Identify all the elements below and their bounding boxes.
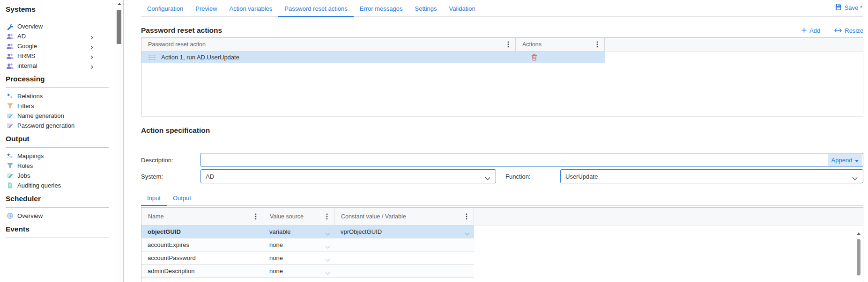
tab-settings[interactable]: Settings xyxy=(409,3,443,17)
column-header-name: Name xyxy=(141,208,263,225)
drag-handle-icon[interactable] xyxy=(148,55,156,60)
sidebar-item-password-generation[interactable]: Password generation xyxy=(6,121,109,130)
chevron-right-icon xyxy=(90,44,93,51)
param-row-admindescription[interactable]: adminDescription none xyxy=(141,265,474,278)
parameters-table-scrollbar[interactable] xyxy=(855,226,862,282)
sidebar-item-label: Name generation xyxy=(17,112,64,119)
plus-icon xyxy=(801,27,807,34)
sidebar-item-ad[interactable]: AD xyxy=(6,31,109,41)
section-divider xyxy=(6,87,109,88)
tab-configuration[interactable]: Configuration xyxy=(141,3,189,17)
sidebar-item-label: Overview xyxy=(17,23,43,30)
column-header-actions: Actions xyxy=(516,38,605,51)
sidebar-scrollbar-thumb[interactable] xyxy=(117,10,121,44)
sidebar-item-overview[interactable]: Overview xyxy=(6,22,109,31)
save-label: Save * xyxy=(845,4,862,11)
function-select[interactable]: UserUpdate xyxy=(560,169,863,183)
column-menu-icon[interactable] xyxy=(255,213,263,220)
chevron-down-icon xyxy=(485,175,490,182)
sidebar-item-filters[interactable]: Filters xyxy=(6,101,109,111)
system-select[interactable]: AD xyxy=(200,169,496,183)
sidebar-item-relations[interactable]: Relations xyxy=(6,91,109,101)
chevron-down-icon xyxy=(852,175,858,182)
parameters-scrollbar-thumb[interactable] xyxy=(857,239,861,275)
resize-button[interactable]: Resize xyxy=(834,27,863,34)
sidebar-scrollbar[interactable] xyxy=(115,0,123,282)
tab-output[interactable]: Output xyxy=(167,193,197,206)
io-tabbar: Input Output xyxy=(141,193,863,206)
param-row-accountpassword[interactable]: accountPassword none xyxy=(141,252,474,265)
sidebar-item-label: AD xyxy=(17,33,26,40)
app-window: Systems Overview AD Google HRMS xyxy=(0,0,868,282)
chevron-down-icon[interactable] xyxy=(325,243,330,250)
column-menu-icon[interactable] xyxy=(466,213,474,220)
param-value: vprObjectGUID xyxy=(341,228,382,235)
append-button[interactable]: Append xyxy=(828,154,862,166)
sidebar-section-systems: Systems xyxy=(6,5,109,14)
sidebar-item-label: Filters xyxy=(17,102,34,109)
users-icon xyxy=(6,53,14,59)
sidebar-item-roles[interactable]: Roles xyxy=(6,161,109,171)
tab-validation[interactable]: Validation xyxy=(443,3,482,17)
sidebar-item-mappings[interactable]: Mappings xyxy=(6,151,109,161)
scroll-up-arrow-icon[interactable] xyxy=(855,230,862,237)
column-header-constant-value-variable: Constant value / Variable xyxy=(334,208,474,225)
append-label: Append xyxy=(831,157,853,164)
description-label: Description: xyxy=(141,157,200,164)
scroll-up-arrow-icon[interactable] xyxy=(115,0,123,8)
sidebar-item-name-generation[interactable]: Name generation xyxy=(6,111,109,121)
users-icon xyxy=(6,63,14,69)
add-button[interactable]: Add xyxy=(801,27,820,34)
save-icon xyxy=(835,4,842,12)
password-generation-icon xyxy=(6,123,14,129)
sidebar-section-processing: Processing xyxy=(6,74,109,83)
param-source: none xyxy=(269,268,283,275)
param-source: variable xyxy=(269,228,291,235)
chevron-down-icon[interactable] xyxy=(465,230,470,237)
sidebar-item-internal[interactable]: internal xyxy=(6,61,109,71)
column-menu-icon[interactable] xyxy=(507,41,515,48)
system-value: AD xyxy=(206,173,214,180)
system-label: System: xyxy=(141,173,200,180)
users-icon xyxy=(6,43,14,50)
action-row-label: Action 1, run AD.UserUpdate xyxy=(161,54,239,61)
param-source: none xyxy=(269,241,283,248)
table-row-action-1[interactable]: Action 1, run AD.UserUpdate xyxy=(141,51,605,63)
section-divider xyxy=(6,207,109,208)
name-generation-icon xyxy=(6,113,14,119)
add-label: Add xyxy=(809,27,820,34)
param-row-objectguid[interactable]: objectGUID variable vprObjectGUID xyxy=(141,225,474,239)
main-tabbar: Configuration Preview Action variables P… xyxy=(141,3,863,17)
tab-password-reset-actions[interactable]: Password reset actions xyxy=(278,3,353,17)
sidebar-item-label: Roles xyxy=(17,162,33,169)
param-name: objectGUID xyxy=(148,228,181,235)
tab-action-variables[interactable]: Action variables xyxy=(223,3,279,17)
param-row-accountexpires[interactable]: accountExpires none xyxy=(141,239,474,252)
parameters-table: Name Value source Constant value / Varia… xyxy=(141,207,863,282)
users-icon xyxy=(6,33,14,40)
tab-input[interactable]: Input xyxy=(141,193,167,206)
chevron-right-icon xyxy=(90,64,93,71)
delete-action-button[interactable] xyxy=(531,54,537,62)
filter-funnel-icon xyxy=(6,103,14,109)
description-input[interactable] xyxy=(201,153,863,166)
sidebar-item-auditing-queries[interactable]: Auditing queries xyxy=(6,181,109,190)
column-menu-icon[interactable] xyxy=(326,213,334,220)
sidebar-item-hrms[interactable]: HRMS xyxy=(6,51,109,61)
chevron-down-icon[interactable] xyxy=(325,256,330,263)
chevron-down-icon[interactable] xyxy=(325,230,330,237)
sidebar-item-scheduler-overview[interactable]: Overview xyxy=(6,211,109,221)
tab-error-messages[interactable]: Error messages xyxy=(354,3,409,17)
main-content: Configuration Preview Action variables P… xyxy=(123,0,868,282)
resize-icon xyxy=(834,27,842,34)
sidebar-item-label: HRMS xyxy=(17,52,35,59)
function-label: Function: xyxy=(496,173,560,180)
chevron-down-icon[interactable] xyxy=(325,269,330,276)
column-menu-icon[interactable] xyxy=(596,41,604,48)
sidebar-item-google[interactable]: Google xyxy=(6,41,109,51)
save-button[interactable]: Save * xyxy=(835,4,862,12)
sidebar: Systems Overview AD Google HRMS xyxy=(0,0,115,282)
chevron-right-icon xyxy=(90,34,93,41)
sidebar-item-jobs[interactable]: Jobs xyxy=(6,171,109,181)
tab-preview[interactable]: Preview xyxy=(189,3,223,17)
